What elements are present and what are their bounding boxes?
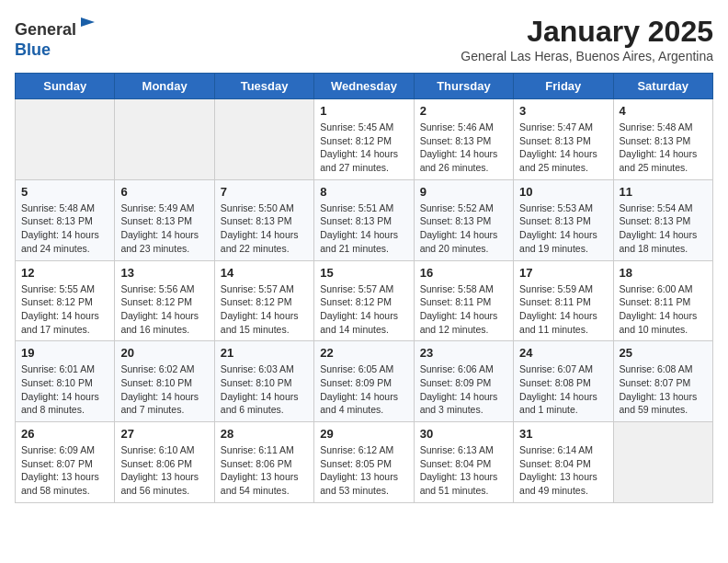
day-info: Sunrise: 6:07 AMSunset: 8:08 PMDaylight:…: [519, 362, 607, 417]
day-number: 2: [420, 104, 507, 118]
day-info: Sunrise: 5:49 AMSunset: 8:13 PMDaylight:…: [120, 201, 208, 256]
day-info: Sunrise: 6:13 AMSunset: 8:04 PMDaylight:…: [420, 443, 507, 498]
day-number: 20: [120, 346, 208, 360]
day-number: 27: [120, 427, 208, 441]
calendar-cell: 31Sunrise: 6:14 AMSunset: 8:04 PMDayligh…: [514, 422, 613, 503]
logo-blue: Blue: [15, 40, 51, 59]
column-header-wednesday: Wednesday: [314, 74, 414, 99]
calendar-cell: 13Sunrise: 5:56 AMSunset: 8:12 PMDayligh…: [115, 260, 214, 341]
calendar-cell: 24Sunrise: 6:07 AMSunset: 8:08 PMDayligh…: [514, 341, 613, 422]
day-info: Sunrise: 5:46 AMSunset: 8:13 PMDaylight:…: [420, 121, 507, 175]
calendar-cell: [613, 422, 712, 503]
day-number: 13: [120, 266, 208, 280]
day-info: Sunrise: 6:01 AMSunset: 8:10 PMDaylight:…: [21, 362, 108, 417]
column-header-monday: Monday: [115, 74, 214, 99]
calendar-cell: 5Sunrise: 5:48 AMSunset: 8:13 PMDaylight…: [16, 179, 115, 260]
day-info: Sunrise: 6:12 AMSunset: 8:05 PMDaylight:…: [320, 443, 407, 498]
day-info: Sunrise: 6:02 AMSunset: 8:10 PMDaylight:…: [120, 362, 208, 417]
day-number: 3: [519, 104, 607, 118]
calendar-cell: 9Sunrise: 5:52 AMSunset: 8:13 PMDaylight…: [414, 179, 513, 260]
day-number: 10: [519, 185, 607, 199]
day-number: 16: [420, 266, 507, 280]
day-info: Sunrise: 5:56 AMSunset: 8:12 PMDaylight:…: [120, 282, 208, 337]
day-info: Sunrise: 5:55 AMSunset: 8:12 PMDaylight:…: [21, 282, 108, 337]
calendar-week-row: 12Sunrise: 5:55 AMSunset: 8:12 PMDayligh…: [16, 260, 713, 341]
column-header-friday: Friday: [514, 74, 613, 99]
calendar-cell: 30Sunrise: 6:13 AMSunset: 8:04 PMDayligh…: [414, 422, 513, 503]
day-number: 14: [221, 266, 308, 280]
day-info: Sunrise: 5:47 AMSunset: 8:13 PMDaylight:…: [519, 121, 607, 175]
calendar-cell: 3Sunrise: 5:47 AMSunset: 8:13 PMDaylight…: [514, 99, 613, 180]
calendar-cell: 4Sunrise: 5:48 AMSunset: 8:13 PMDaylight…: [613, 99, 712, 180]
day-info: Sunrise: 6:08 AMSunset: 8:07 PMDaylight:…: [620, 362, 707, 417]
calendar-cell: 1Sunrise: 5:45 AMSunset: 8:12 PMDaylight…: [314, 99, 414, 180]
day-info: Sunrise: 6:10 AMSunset: 8:06 PMDaylight:…: [120, 443, 208, 498]
calendar-week-row: 26Sunrise: 6:09 AMSunset: 8:07 PMDayligh…: [16, 422, 713, 503]
day-number: 23: [420, 346, 507, 360]
calendar-cell: 19Sunrise: 6:01 AMSunset: 8:10 PMDayligh…: [16, 341, 115, 422]
month-title: January 2025: [461, 15, 713, 49]
day-info: Sunrise: 5:58 AMSunset: 8:11 PMDaylight:…: [420, 282, 507, 337]
calendar-cell: 22Sunrise: 6:05 AMSunset: 8:09 PMDayligh…: [314, 341, 414, 422]
day-info: Sunrise: 6:06 AMSunset: 8:09 PMDaylight:…: [420, 362, 507, 417]
day-info: Sunrise: 6:14 AMSunset: 8:04 PMDaylight:…: [519, 443, 607, 498]
day-info: Sunrise: 5:54 AMSunset: 8:13 PMDaylight:…: [620, 201, 707, 256]
calendar-cell: 6Sunrise: 5:49 AMSunset: 8:13 PMDaylight…: [115, 179, 214, 260]
day-number: 25: [620, 346, 707, 360]
logo: General Blue: [15, 15, 98, 60]
column-header-thursday: Thursday: [414, 74, 513, 99]
day-number: 26: [21, 427, 108, 441]
day-number: 29: [320, 427, 407, 441]
calendar-cell: 20Sunrise: 6:02 AMSunset: 8:10 PMDayligh…: [115, 341, 214, 422]
day-info: Sunrise: 5:59 AMSunset: 8:11 PMDaylight:…: [519, 282, 607, 337]
day-info: Sunrise: 6:05 AMSunset: 8:09 PMDaylight:…: [320, 362, 407, 417]
day-info: Sunrise: 5:45 AMSunset: 8:12 PMDaylight:…: [320, 121, 407, 175]
calendar-week-row: 19Sunrise: 6:01 AMSunset: 8:10 PMDayligh…: [16, 341, 713, 422]
day-info: Sunrise: 5:52 AMSunset: 8:13 PMDaylight:…: [420, 201, 507, 256]
day-number: 11: [620, 185, 707, 199]
day-number: 24: [519, 346, 607, 360]
calendar-week-row: 1Sunrise: 5:45 AMSunset: 8:12 PMDaylight…: [16, 99, 713, 180]
calendar-cell: 15Sunrise: 5:57 AMSunset: 8:12 PMDayligh…: [314, 260, 414, 341]
calendar-cell: [16, 99, 115, 180]
day-info: Sunrise: 5:50 AMSunset: 8:13 PMDaylight:…: [221, 201, 308, 256]
day-info: Sunrise: 6:09 AMSunset: 8:07 PMDaylight:…: [21, 443, 108, 498]
calendar-cell: 26Sunrise: 6:09 AMSunset: 8:07 PMDayligh…: [16, 422, 115, 503]
calendar-cell: 11Sunrise: 5:54 AMSunset: 8:13 PMDayligh…: [613, 179, 712, 260]
calendar-cell: 25Sunrise: 6:08 AMSunset: 8:07 PMDayligh…: [613, 341, 712, 422]
day-info: Sunrise: 5:53 AMSunset: 8:13 PMDaylight:…: [519, 201, 607, 256]
calendar-cell: 8Sunrise: 5:51 AMSunset: 8:13 PMDaylight…: [314, 179, 414, 260]
calendar-cell: [214, 99, 313, 180]
calendar-cell: 10Sunrise: 5:53 AMSunset: 8:13 PMDayligh…: [514, 179, 613, 260]
day-info: Sunrise: 5:48 AMSunset: 8:13 PMDaylight:…: [21, 201, 108, 256]
day-number: 17: [519, 266, 607, 280]
day-info: Sunrise: 5:57 AMSunset: 8:12 PMDaylight:…: [320, 282, 407, 337]
calendar-header-row: SundayMondayTuesdayWednesdayThursdayFrid…: [16, 74, 713, 99]
calendar-cell: 14Sunrise: 5:57 AMSunset: 8:12 PMDayligh…: [214, 260, 313, 341]
day-number: 18: [620, 266, 707, 280]
calendar-cell: 18Sunrise: 6:00 AMSunset: 8:11 PMDayligh…: [613, 260, 712, 341]
day-number: 9: [420, 185, 507, 199]
day-info: Sunrise: 5:48 AMSunset: 8:13 PMDaylight:…: [620, 121, 707, 175]
day-number: 1: [320, 104, 407, 118]
calendar-week-row: 5Sunrise: 5:48 AMSunset: 8:13 PMDaylight…: [16, 179, 713, 260]
day-number: 12: [21, 266, 108, 280]
day-number: 22: [320, 346, 407, 360]
column-header-sunday: Sunday: [16, 74, 115, 99]
day-info: Sunrise: 5:57 AMSunset: 8:12 PMDaylight:…: [221, 282, 308, 337]
calendar-cell: 21Sunrise: 6:03 AMSunset: 8:10 PMDayligh…: [214, 341, 313, 422]
day-number: 6: [120, 185, 208, 199]
location-subtitle: General Las Heras, Buenos Aires, Argenti…: [461, 49, 713, 63]
logo-flag-icon: [78, 15, 98, 35]
calendar-cell: 12Sunrise: 5:55 AMSunset: 8:12 PMDayligh…: [16, 260, 115, 341]
title-block: January 2025 General Las Heras, Buenos A…: [461, 15, 713, 63]
column-header-saturday: Saturday: [613, 74, 712, 99]
day-number: 7: [221, 185, 308, 199]
calendar-cell: 16Sunrise: 5:58 AMSunset: 8:11 PMDayligh…: [414, 260, 513, 341]
day-info: Sunrise: 6:03 AMSunset: 8:10 PMDaylight:…: [221, 362, 308, 417]
day-number: 31: [519, 427, 607, 441]
day-number: 19: [21, 346, 108, 360]
svg-marker-0: [81, 17, 95, 27]
calendar-cell: 7Sunrise: 5:50 AMSunset: 8:13 PMDaylight…: [214, 179, 313, 260]
calendar-cell: 2Sunrise: 5:46 AMSunset: 8:13 PMDaylight…: [414, 99, 513, 180]
